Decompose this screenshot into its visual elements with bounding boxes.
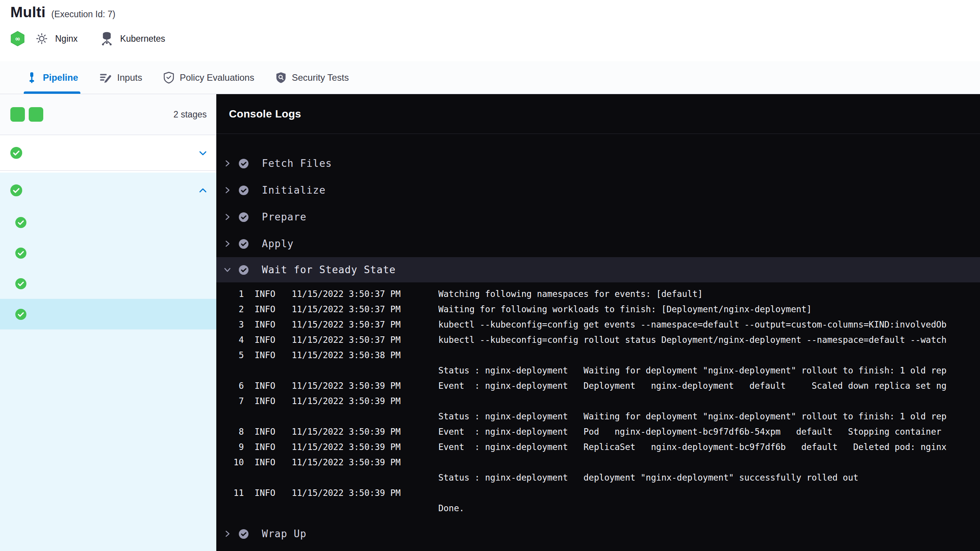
- log-line[interactable]: 5INFO11/15/2022 3:50:38 PM: [216, 347, 980, 363]
- policy-evaluations-icon: [163, 72, 174, 84]
- console-step-check-icon: [238, 212, 249, 222]
- log-level: INFO: [255, 350, 292, 360]
- step-row-resource-constraint[interactable]: [0, 268, 216, 299]
- log-line-number: 2: [216, 304, 244, 314]
- log-line-number: 9: [216, 442, 244, 452]
- tab-security-tests[interactable]: Security Tests: [276, 61, 349, 94]
- log-line-number: 6: [216, 381, 244, 391]
- console-step-wait-for-steady-state[interactable]: Wait for Steady State: [216, 257, 980, 282]
- stage-success-check-icon: [10, 184, 22, 196]
- svg-text:∞: ∞: [15, 35, 20, 42]
- chevron-right-icon[interactable]: [222, 213, 232, 221]
- console-step-check-icon: [238, 265, 249, 275]
- log-timestamp: 11/15/2022 3:50:37 PM: [292, 289, 438, 299]
- console-logs-title: Console Logs: [229, 108, 301, 120]
- log-message: Status : nginx-deployment Waiting for de…: [438, 365, 980, 375]
- log-line[interactable]: 11INFO11/15/2022 3:50:39 PM: [216, 485, 980, 500]
- pipeline-icon: [26, 72, 38, 84]
- log-line[interactable]: 8INFO11/15/2022 3:50:39 PMEvent : nginx-…: [216, 424, 980, 439]
- log-timestamp: 11/15/2022 3:50:39 PM: [292, 396, 438, 406]
- step-row-rollout-deployment[interactable]: [0, 299, 216, 329]
- log-line[interactable]: 2INFO11/15/2022 3:50:37 PMWaiting for fo…: [216, 302, 980, 317]
- log-level: INFO: [255, 396, 292, 406]
- stage-success-square[interactable]: [29, 107, 43, 122]
- console-log-block: 1INFO11/15/2022 3:50:37 PMWatching follo…: [216, 282, 980, 520]
- chevron-right-icon[interactable]: [222, 186, 232, 194]
- stage-card: [0, 135, 216, 171]
- log-line-number: 10: [216, 457, 244, 467]
- log-message: Watching following namespaces for events…: [438, 289, 980, 299]
- stage-header-one-service-to-multi-infrastructures_0[interactable]: [0, 183, 216, 196]
- step-success-check-icon: [15, 248, 26, 259]
- infrastructure-name-label[interactable]: Kubernetes: [120, 34, 165, 44]
- log-level: INFO: [255, 320, 292, 329]
- chevron-right-icon[interactable]: [222, 530, 232, 538]
- console-step-initialize[interactable]: Initialize: [216, 177, 980, 204]
- tab-inputs[interactable]: Inputs: [100, 61, 142, 94]
- log-line-number: 11: [216, 488, 244, 498]
- console-step-label: Wait for Steady State: [262, 264, 396, 276]
- stage-status-squares[interactable]: [10, 107, 43, 122]
- log-line[interactable]: 9INFO11/15/2022 3:50:39 PMEvent : nginx-…: [216, 439, 980, 455]
- log-line[interactable]: Status : nginx-deployment Waiting for de…: [216, 409, 980, 424]
- tab-policy-evaluations[interactable]: Policy Evaluations: [163, 61, 254, 94]
- log-line[interactable]: 6INFO11/15/2022 3:50:39 PMEvent : nginx-…: [216, 378, 980, 393]
- log-timestamp: 11/15/2022 3:50:37 PM: [292, 320, 438, 329]
- console-step-check-icon: [238, 185, 249, 196]
- log-line[interactable]: Done.: [216, 500, 980, 516]
- service-name-label[interactable]: Nginx: [55, 34, 78, 44]
- stage-header-one-service-to-multi-infrastructures_1[interactable]: [10, 146, 208, 159]
- log-line-number: 7: [216, 396, 244, 406]
- console-step-label: Prepare: [262, 211, 307, 223]
- log-line[interactable]: 1INFO11/15/2022 3:50:37 PMWatching follo…: [216, 286, 980, 302]
- execution-header: Multi (Execution Id: 7) ∞ Nginx: [0, 0, 980, 61]
- tab-label: Inputs: [117, 72, 142, 83]
- log-line[interactable]: 4INFO11/15/2022 3:50:37 PMkubectl --kube…: [216, 332, 980, 347]
- log-message: Event : nginx-deployment Pod nginx-deplo…: [438, 427, 980, 437]
- chevron-right-icon[interactable]: [222, 240, 232, 248]
- log-timestamp: 11/15/2022 3:50:37 PM: [292, 335, 438, 345]
- page-title: Multi: [10, 4, 46, 21]
- step-success-check-icon: [15, 217, 26, 228]
- tab-pipeline[interactable]: Pipeline: [26, 61, 78, 94]
- log-level: INFO: [255, 488, 292, 498]
- execution-tab-bar: PipelineInputsPolicy EvaluationsSecurity…: [0, 61, 980, 94]
- console-step-apply[interactable]: Apply: [216, 230, 980, 257]
- kubernetes-infrastructure-icon: [100, 31, 114, 46]
- log-line[interactable]: 7INFO11/15/2022 3:50:39 PM: [216, 393, 980, 409]
- console-step-prepare[interactable]: Prepare: [216, 204, 980, 230]
- step-success-check-icon: [15, 309, 26, 320]
- log-level: INFO: [255, 427, 292, 437]
- console-step-label: Initialize: [262, 184, 326, 196]
- log-line-number: 3: [216, 320, 244, 329]
- log-level: INFO: [255, 289, 292, 299]
- chevron-up-icon[interactable]: [198, 186, 208, 196]
- log-timestamp: 11/15/2022 3:50:38 PM: [292, 350, 438, 360]
- stage-success-square[interactable]: [10, 107, 25, 122]
- log-line[interactable]: 3INFO11/15/2022 3:50:37 PMkubectl --kube…: [216, 317, 980, 332]
- inputs-icon: [100, 72, 112, 83]
- log-line[interactable]: Status : nginx-deployment deployment "ng…: [216, 470, 980, 485]
- log-line[interactable]: Status : nginx-deployment Waiting for de…: [216, 363, 980, 378]
- step-row-infrastructure-section[interactable]: [0, 238, 216, 268]
- log-message: Waiting for following workloads to finis…: [438, 304, 980, 314]
- chevron-right-icon[interactable]: [222, 160, 232, 167]
- step-success-check-icon: [15, 278, 26, 289]
- log-line-number: 4: [216, 335, 244, 345]
- log-level: INFO: [255, 442, 292, 452]
- stage-count-label: 2 stages: [173, 109, 207, 120]
- step-row-service[interactable]: [0, 207, 216, 238]
- harness-pipeline-icon: ∞: [10, 31, 25, 46]
- execution-id-label: (Execution Id: 7): [51, 9, 115, 20]
- console-step-check-icon: [238, 529, 249, 539]
- console-step-wrap-up[interactable]: Wrap Up: [216, 520, 980, 547]
- log-level: INFO: [255, 457, 292, 467]
- log-timestamp: 11/15/2022 3:50:39 PM: [292, 427, 438, 437]
- stage-sidebar: 2 stages: [0, 94, 216, 551]
- console-step-fetch-files[interactable]: Fetch Files: [216, 150, 980, 177]
- chevron-down-icon[interactable]: [198, 148, 208, 158]
- log-line-number: 5: [216, 350, 244, 360]
- log-line[interactable]: 10INFO11/15/2022 3:50:39 PM: [216, 455, 980, 470]
- stage-card: [0, 173, 216, 551]
- chevron-down-icon[interactable]: [222, 266, 232, 274]
